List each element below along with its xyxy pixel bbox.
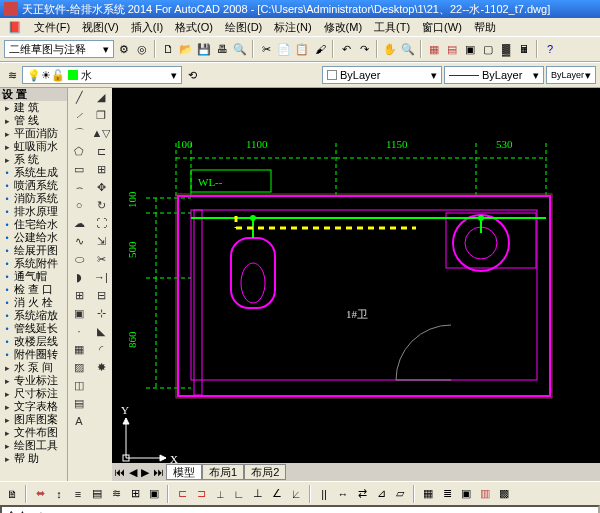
workspace-combo[interactable]: 二维草图与注释▾ xyxy=(4,40,114,58)
scale-icon[interactable]: ⛶ xyxy=(90,214,112,232)
compass-icon[interactable]: ◎ xyxy=(134,41,150,57)
save-icon[interactable]: 💾 xyxy=(196,41,212,57)
bt-14[interactable]: ↔ xyxy=(335,486,351,502)
menu-tools[interactable]: 工具(T) xyxy=(368,20,416,35)
bt-layer[interactable]: ≣ xyxy=(439,486,455,502)
erase-icon[interactable]: ◢ xyxy=(90,88,112,106)
new-icon[interactable]: 🗋 xyxy=(160,41,176,57)
bt-red2[interactable]: ⊐ xyxy=(193,486,209,502)
help-icon[interactable]: ? xyxy=(542,41,558,57)
layer-icon[interactable]: ▓ xyxy=(498,41,514,57)
app-menu-icon[interactable]: 📕 xyxy=(2,21,28,34)
point-icon[interactable]: · xyxy=(68,322,90,340)
gear-icon[interactable]: ⚙ xyxy=(116,41,132,57)
make-block-icon[interactable]: ▣ xyxy=(68,304,90,322)
xline-icon[interactable]: ⟋ xyxy=(68,106,90,124)
layer-combo[interactable]: 💡 ☀ 🔓 水 ▾ xyxy=(22,66,182,84)
bt-sheet[interactable]: ▣ xyxy=(458,486,474,502)
explode-icon[interactable]: ✸ xyxy=(90,358,112,376)
bt-11[interactable]: ∠ xyxy=(269,486,285,502)
open-icon[interactable]: 📂 xyxy=(178,41,194,57)
cut-icon[interactable]: ✂ xyxy=(258,41,274,57)
rectangle-icon[interactable]: ▭ xyxy=(68,160,90,178)
bt-6[interactable]: ⊞ xyxy=(127,486,143,502)
rotate-icon[interactable]: ↻ xyxy=(90,196,112,214)
menu-format[interactable]: 格式(O) xyxy=(169,20,219,35)
extend-icon[interactable]: →| xyxy=(90,268,112,286)
polygon-icon[interactable]: ⬠ xyxy=(68,142,90,160)
trim-icon[interactable]: ✂ xyxy=(90,250,112,268)
bt-10[interactable]: ⊥ xyxy=(250,486,266,502)
circle-icon[interactable]: ○ xyxy=(68,196,90,214)
menu-file[interactable]: 文件(F) xyxy=(28,20,76,35)
bt-2[interactable]: ↕ xyxy=(51,486,67,502)
fillet-icon[interactable]: ◜ xyxy=(90,340,112,358)
table-icon[interactable]: ▤ xyxy=(68,394,90,412)
dwg-icon[interactable]: 🗎 xyxy=(4,486,20,502)
mirror-icon[interactable]: ▲▽ xyxy=(90,124,112,142)
calc-icon[interactable]: 🖩 xyxy=(516,41,532,57)
paste-icon[interactable]: 📋 xyxy=(294,41,310,57)
layer-prev-icon[interactable]: ⟲ xyxy=(184,67,200,83)
gradient-icon[interactable]: ▨ xyxy=(68,358,90,376)
bt-hatch[interactable]: ▦ xyxy=(420,486,436,502)
menu-insert[interactable]: 插入(I) xyxy=(125,20,169,35)
layer-mgr-icon[interactable]: ≋ xyxy=(4,67,20,83)
spline-icon[interactable]: ∿ xyxy=(68,232,90,250)
copy-icon[interactable]: 📄 xyxy=(276,41,292,57)
menu-window[interactable]: 窗口(W) xyxy=(416,20,468,35)
bt-3[interactable]: ≡ xyxy=(70,486,86,502)
bt-15[interactable]: ⇄ xyxy=(354,486,370,502)
stretch-icon[interactable]: ⇲ xyxy=(90,232,112,250)
hatch-icon[interactable]: ▦ xyxy=(68,340,90,358)
linetype-combo[interactable]: ByLayer ▾ xyxy=(444,66,544,84)
copy2-icon[interactable]: ❐ xyxy=(90,106,112,124)
bt-7[interactable]: ▣ xyxy=(146,486,162,502)
bt-9[interactable]: ∟ xyxy=(231,486,247,502)
zoom-icon[interactable]: 🔍 xyxy=(400,41,416,57)
polyline-icon[interactable]: ⌒ xyxy=(68,124,90,142)
bt-5[interactable]: ≋ xyxy=(108,486,124,502)
tab-prev-icon[interactable]: ◀ xyxy=(127,466,139,479)
menu-help[interactable]: 帮助 xyxy=(468,20,502,35)
offset-icon[interactable]: ⊏ xyxy=(90,142,112,160)
block-icon[interactable]: ▣ xyxy=(462,41,478,57)
arc-icon[interactable]: ⌢ xyxy=(68,178,90,196)
bt-8[interactable]: ⟂ xyxy=(212,486,228,502)
block2-icon[interactable]: ▢ xyxy=(480,41,496,57)
chamfer-icon[interactable]: ◣ xyxy=(90,322,112,340)
print-icon[interactable]: 🖶 xyxy=(214,41,230,57)
preview-icon[interactable]: 🔍 xyxy=(232,41,248,57)
bt-13[interactable]: || xyxy=(316,486,332,502)
sheet-icon[interactable]: ▦ xyxy=(426,41,442,57)
insert-block-icon[interactable]: ⊞ xyxy=(68,286,90,304)
line-icon[interactable]: ╱ xyxy=(68,88,90,106)
ellipse-arc-icon[interactable]: ◗ xyxy=(68,268,90,286)
command-line[interactable]: 命令: xtsc 选择自动生成系统图的所有平面图管线<退出>: xyxy=(0,505,600,513)
revcloud-icon[interactable]: ☁ xyxy=(68,214,90,232)
menu-draw[interactable]: 绘图(D) xyxy=(219,20,268,35)
tab-last-icon[interactable]: ⏭ xyxy=(151,466,166,478)
menu-modify[interactable]: 修改(M) xyxy=(318,20,369,35)
bt-1[interactable]: ⬌ xyxy=(32,486,48,502)
break-icon[interactable]: ⊟ xyxy=(90,286,112,304)
bt-red1[interactable]: ⊏ xyxy=(174,486,190,502)
join-icon[interactable]: ⊹ xyxy=(90,304,112,322)
bt-20[interactable]: ▩ xyxy=(496,486,512,502)
move-icon[interactable]: ✥ xyxy=(90,178,112,196)
color-combo[interactable]: ByLayer ▾ xyxy=(322,66,442,84)
bt-4[interactable]: ▤ xyxy=(89,486,105,502)
sheet2-icon[interactable]: ▤ xyxy=(444,41,460,57)
ellipse-icon[interactable]: ⬭ xyxy=(68,250,90,268)
array-icon[interactable]: ⊞ xyxy=(90,160,112,178)
menu-view[interactable]: 视图(V) xyxy=(76,20,125,35)
tab-layout2[interactable]: 布局2 xyxy=(244,464,286,480)
redo-icon[interactable]: ↷ xyxy=(356,41,372,57)
bt-17[interactable]: ▱ xyxy=(392,486,408,502)
pan-icon[interactable]: ✋ xyxy=(382,41,398,57)
bt-16[interactable]: ⊿ xyxy=(373,486,389,502)
drawing-canvas[interactable]: 100 1100 1150 530 100 500 860 WL-- xyxy=(112,88,600,481)
tab-first-icon[interactable]: ⏮ xyxy=(112,466,127,478)
region-icon[interactable]: ◫ xyxy=(68,376,90,394)
tab-next-icon[interactable]: ▶ xyxy=(139,466,151,479)
